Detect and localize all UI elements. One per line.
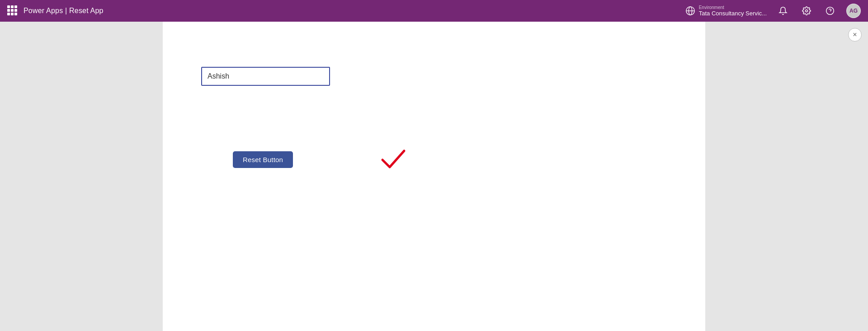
main-layout: Reset Button × — [0, 22, 868, 331]
help-button[interactable] — [823, 4, 837, 18]
svg-point-4 — [826, 7, 834, 15]
reset-button[interactable]: Reset Button — [233, 151, 293, 168]
environment-section[interactable]: Environment Tata Consultancy Servic... — [685, 5, 767, 17]
app-title: Power Apps | Reset App — [24, 7, 104, 15]
settings-button[interactable] — [799, 4, 814, 18]
notifications-button[interactable] — [776, 4, 790, 18]
right-sidebar: × — [787, 22, 868, 331]
svg-point-3 — [806, 10, 808, 12]
avatar[interactable]: AG — [846, 4, 861, 18]
help-icon — [826, 6, 835, 15]
apps-grid-icon[interactable] — [7, 5, 18, 16]
topbar-right: Environment Tata Consultancy Servic... — [685, 4, 861, 18]
environment-name: Tata Consultancy Servic... — [699, 10, 767, 17]
environment-label: Environment — [699, 5, 767, 10]
gear-icon — [802, 6, 811, 15]
topbar-left: Power Apps | Reset App — [7, 5, 104, 16]
text-input[interactable] — [201, 67, 330, 86]
close-button[interactable]: × — [848, 28, 862, 42]
environment-text: Environment Tata Consultancy Servic... — [699, 5, 767, 17]
bell-icon — [778, 6, 788, 15]
left-sidebar — [0, 22, 81, 331]
checkmark-annotation — [380, 147, 407, 171]
app-canvas: Reset Button — [163, 22, 705, 331]
canvas-wrapper: Reset Button — [81, 22, 787, 331]
environment-icon — [685, 6, 695, 16]
topbar: Power Apps | Reset App Environment Tata … — [0, 0, 868, 22]
